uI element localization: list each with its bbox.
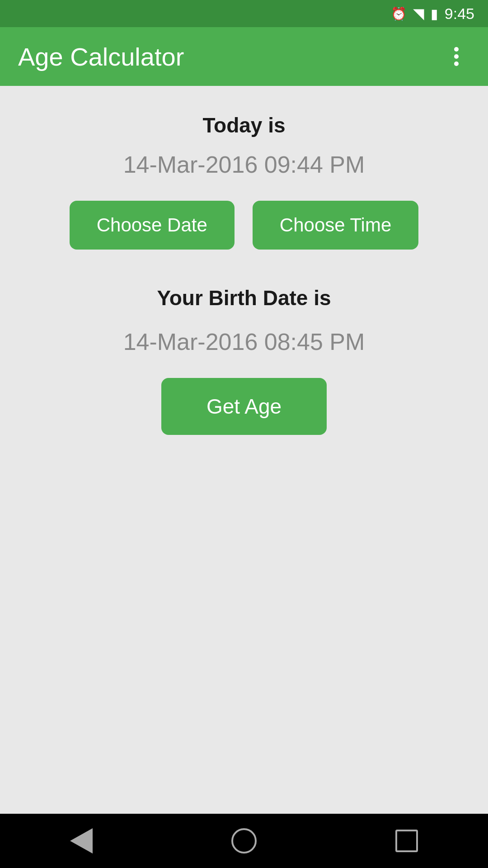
signal-icon: ◥ [413,5,424,22]
today-label: Today is [202,113,285,137]
status-time: 9:45 [445,5,474,23]
today-date-display: 14-Mar-2016 09:44 PM [123,151,365,178]
back-button[interactable] [59,818,104,863]
status-icons: ⏰ ◥ ▮ 9:45 [391,5,474,23]
app-bar: Age Calculator [0,27,488,86]
dot-1 [454,47,459,52]
birth-date-display: 14-Mar-2016 08:45 PM [123,328,365,355]
home-icon [231,828,257,854]
birth-date-label: Your Birth Date is [157,286,331,310]
back-icon [70,828,93,854]
main-content: Today is 14-Mar-2016 09:44 PM Choose Dat… [0,86,488,814]
dot-3 [454,61,459,66]
battery-icon: ▮ [431,6,438,22]
dot-2 [454,54,459,59]
get-age-button[interactable]: Get Age [161,378,327,435]
date-time-buttons: Choose Date Choose Time [70,201,419,250]
bottom-navigation [0,814,488,868]
choose-time-button[interactable]: Choose Time [253,201,418,250]
choose-date-button[interactable]: Choose Date [70,201,235,250]
recents-icon [395,830,418,852]
home-button[interactable] [221,818,267,863]
recents-button[interactable] [384,818,429,863]
alarm-icon: ⏰ [391,6,407,21]
status-bar: ⏰ ◥ ▮ 9:45 [0,0,488,27]
birth-date-section: Your Birth Date is 14-Mar-2016 08:45 PM … [18,286,470,435]
more-menu-button[interactable] [443,38,470,75]
app-title: Age Calculator [18,42,184,71]
